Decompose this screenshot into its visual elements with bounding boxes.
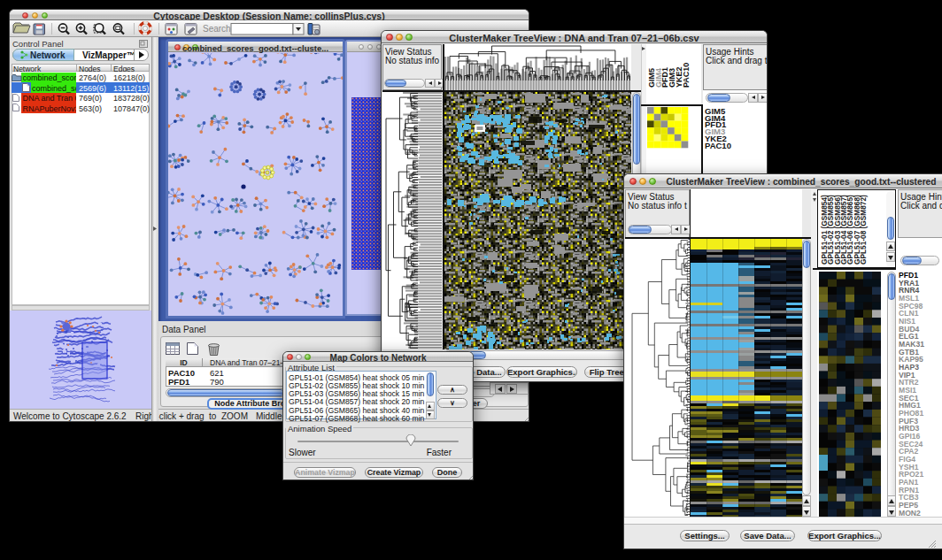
svg-text:Search:: Search:: [203, 24, 233, 34]
